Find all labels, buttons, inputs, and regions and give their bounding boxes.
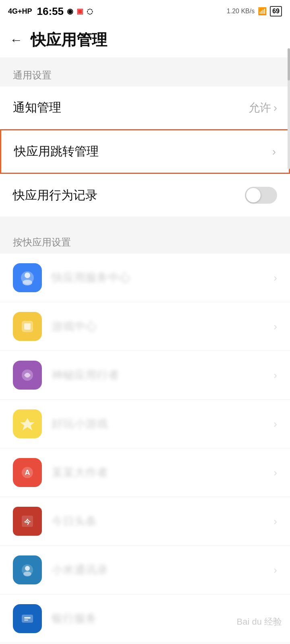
app-chevron-1: ›: [273, 272, 277, 284]
time-label: 16:55: [37, 5, 64, 18]
app-icon-svg-8: [19, 610, 36, 627]
app-chevron-3: ›: [273, 369, 277, 382]
section-divider: [0, 217, 290, 225]
status-right: 1.20 KB/s 📶 69: [227, 6, 282, 17]
toggle-knob: [246, 188, 261, 202]
back-button[interactable]: ←: [10, 33, 23, 47]
top-nav: ← 快应用管理: [0, 23, 290, 58]
app-name-6: 今日头条: [52, 514, 273, 529]
list-item[interactable]: 今 今日头条 ›: [0, 497, 290, 546]
app-name-5: 某某大作者: [52, 465, 273, 480]
app-name-2: 游戏中心: [52, 319, 273, 334]
list-item[interactable]: 银行服务 ›: [0, 594, 290, 643]
status-bar: 4G+HP 16:55 ◉ ▣ ◌ 1.20 KB/s 📶 69: [0, 0, 290, 23]
sim2-icon: ▣: [77, 7, 83, 16]
list-item[interactable]: 好玩小游戏 ›: [0, 400, 290, 448]
app-icon-8: [13, 604, 42, 633]
battery-indicator: 69: [270, 6, 282, 17]
svg-rect-4: [24, 323, 31, 330]
app-icon-5: A: [13, 458, 42, 487]
svg-rect-15: [24, 617, 31, 619]
app-name-3: 神秘应用行者: [52, 367, 273, 383]
notification-label: 通知管理: [13, 99, 61, 116]
app-icon-svg-3: [19, 366, 36, 384]
svg-point-13: [23, 572, 31, 576]
svg-rect-16: [24, 619, 28, 621]
app-name-4: 好玩小游戏: [52, 416, 273, 431]
notification-chevron: ›: [273, 101, 277, 114]
page-title: 快应用管理: [31, 30, 107, 50]
sim-icon: ◉: [67, 7, 73, 16]
app-icon-svg-2: [19, 318, 36, 335]
behavior-item[interactable]: 快应用行为记录: [0, 174, 290, 217]
app-name-1: 快应用服务中心: [52, 270, 273, 285]
app-icon-svg-4: [19, 415, 36, 433]
list-item[interactable]: 快应用服务中心 ›: [0, 254, 290, 302]
app-icon-svg-1: [19, 269, 36, 287]
app-icon-svg-5: A: [19, 464, 36, 481]
behavior-label: 快应用行为记录: [13, 187, 97, 204]
circle-icon: ◌: [87, 7, 93, 16]
redirect-item[interactable]: 快应用跳转管理 ›: [0, 129, 290, 174]
app-chevron-2: ›: [273, 320, 277, 333]
status-left: 4G+HP 16:55 ◉ ▣ ◌: [8, 5, 93, 18]
behavior-toggle[interactable]: [245, 187, 277, 204]
svg-text:今: 今: [24, 518, 31, 525]
app-chevron-6: ›: [273, 515, 277, 528]
redirect-value: ›: [272, 145, 276, 158]
svg-point-2: [23, 280, 32, 285]
app-icon-4: [13, 409, 42, 438]
list-item[interactable]: 游戏中心 ›: [0, 302, 290, 351]
app-name-7: 小米通讯录: [52, 562, 273, 578]
apps-section-label: 按快应用设置: [0, 225, 290, 254]
svg-marker-6: [20, 418, 35, 430]
list-item[interactable]: 小米通讯录 ›: [0, 546, 290, 594]
redirect-label: 快应用跳转管理: [14, 143, 99, 160]
general-settings-list: 通知管理 允许 › 快应用跳转管理 › 快应用行为记录: [0, 87, 290, 217]
app-icon-7: [13, 555, 42, 584]
speed-label: 1.20 KB/s: [227, 8, 255, 15]
svg-point-12: [25, 566, 30, 571]
notification-value: 允许 ›: [249, 100, 277, 116]
notification-item[interactable]: 通知管理 允许 ›: [0, 87, 290, 129]
app-chevron-4: ›: [273, 418, 277, 430]
app-icon-2: [13, 312, 42, 341]
app-icon-svg-7: [19, 561, 36, 579]
app-chevron-5: ›: [273, 466, 277, 479]
scroll-thumb: [288, 48, 290, 80]
scroll-indicator: [288, 48, 290, 169]
app-chevron-8: ›: [273, 613, 277, 625]
list-item[interactable]: 神秘应用行者 ›: [0, 351, 290, 400]
network-label: 4G+HP: [8, 7, 32, 16]
svg-text:A: A: [25, 469, 30, 477]
svg-point-1: [25, 272, 30, 278]
general-section-label: 通用设置: [0, 58, 290, 87]
app-icon-6: 今: [13, 507, 42, 536]
app-icon-1: [13, 263, 42, 292]
app-chevron-7: ›: [273, 564, 277, 576]
app-list: 快应用服务中心 › 游戏中心 › 神秘应用行者 › 好玩小游戏 ›: [0, 254, 290, 644]
list-item[interactable]: A 某某大作者 ›: [0, 448, 290, 497]
app-name-8: 银行服务: [52, 611, 273, 626]
app-icon-3: [13, 361, 42, 390]
redirect-chevron: ›: [272, 145, 276, 158]
wifi-icon: 📶: [258, 7, 267, 16]
app-icon-svg-6: 今: [19, 512, 36, 530]
